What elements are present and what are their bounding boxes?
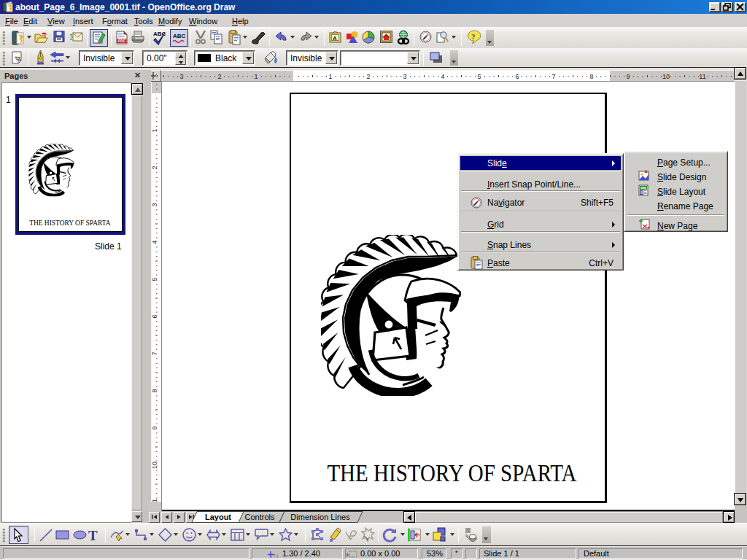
svg-text:8: 8 bbox=[151, 389, 158, 392]
svg-text:PDF: PDF bbox=[118, 39, 125, 43]
svg-text:10: 10 bbox=[662, 73, 670, 80]
svg-text:9: 9 bbox=[626, 73, 630, 80]
svg-text:10: 10 bbox=[151, 462, 158, 469]
svg-text:A: A bbox=[333, 35, 337, 42]
svg-text:4: 4 bbox=[151, 240, 158, 244]
svg-text:2: 2 bbox=[366, 73, 370, 80]
svg-text:6: 6 bbox=[515, 73, 519, 80]
svg-text:6: 6 bbox=[151, 314, 158, 318]
svg-text:3: 3 bbox=[179, 73, 183, 80]
svg-text:1: 1 bbox=[151, 128, 158, 132]
svg-text:7: 7 bbox=[551, 73, 555, 80]
svg-text:3: 3 bbox=[151, 203, 158, 206]
svg-text:?: ? bbox=[471, 32, 476, 41]
svg-text:11: 11 bbox=[699, 73, 705, 80]
svg-text:9: 9 bbox=[151, 426, 158, 429]
svg-text:5: 5 bbox=[151, 277, 158, 281]
svg-text:2: 2 bbox=[217, 73, 221, 80]
svg-text:7: 7 bbox=[151, 351, 158, 355]
svg-text:4: 4 bbox=[441, 73, 444, 80]
svg-text:1: 1 bbox=[328, 73, 332, 80]
svg-text:Layout: Layout bbox=[205, 513, 231, 521]
svg-text:1: 1 bbox=[254, 73, 258, 80]
svg-text:Dimension Lines: Dimension Lines bbox=[290, 513, 350, 521]
svg-text:3: 3 bbox=[403, 73, 406, 80]
svg-text:2: 2 bbox=[151, 166, 158, 169]
svg-text:8: 8 bbox=[589, 73, 593, 80]
svg-text:ABC: ABC bbox=[173, 33, 186, 39]
svg-text:5: 5 bbox=[477, 73, 481, 80]
svg-text:Controls: Controls bbox=[245, 513, 275, 521]
